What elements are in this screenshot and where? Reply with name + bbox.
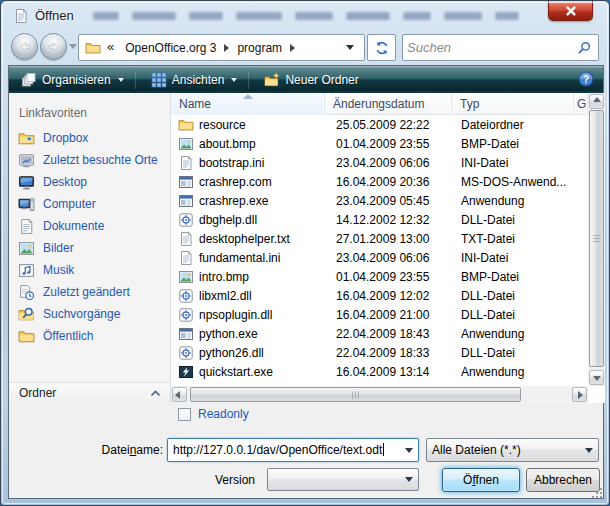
version-dropdown[interactable]: [401, 470, 417, 489]
sidebar-item-dropbox[interactable]: Dropbox: [9, 127, 170, 149]
sidebar-item-musik[interactable]: Musik: [9, 259, 170, 281]
file-name: dbghelp.dll: [199, 213, 257, 227]
filetype-dropdown[interactable]: [581, 440, 597, 460]
file-row[interactable]: intro.bmp01.04.2009 23:55BMP-Datei: [171, 267, 588, 286]
file-row[interactable]: libxml2.dll16.04.2009 12:02DLL-Datei: [171, 286, 588, 305]
ghost-menu-blob: [346, 12, 390, 20]
dropbox-folder-icon: [18, 130, 35, 147]
file-row[interactable]: desktophelper.txt27.01.2009 13:00TXT-Dat…: [171, 229, 588, 248]
file-row[interactable]: quickstart.exe16.04.2009 13:14Anwendung: [171, 362, 588, 381]
folders-expander[interactable]: Ordner: [9, 382, 170, 403]
file-row[interactable]: crashrep.com16.04.2009 20:36MS-DOS-Anwen…: [171, 172, 588, 191]
ghost-menu-blob: [93, 12, 119, 20]
organize-button[interactable]: Organisieren: [13, 69, 132, 90]
sidebar-item-zuletzt-besuchte-orte[interactable]: Zuletzt besuchte Orte: [9, 149, 170, 171]
sidebar-item-label: Öffentlich: [43, 329, 93, 343]
sidebar-item-desktop[interactable]: Desktop: [9, 171, 170, 193]
search-box: [402, 34, 599, 61]
breadcrumb-dropdown-icon[interactable]: [346, 45, 354, 50]
file-date: 01.04.2009 23:55: [325, 270, 452, 284]
filename-input[interactable]: http://127.0.0.1/dav/OpenOffice/text.odt: [167, 438, 419, 462]
sidebar-item-suchvorg-nge[interactable]: Suchvorgänge: [9, 303, 170, 325]
file-row[interactable]: fundamental.ini23.04.2009 06:06INI-Datei: [171, 248, 588, 267]
documents-icon: [18, 218, 35, 235]
filename-label: Dateiname:: [69, 443, 163, 457]
file-name: libxml2.dll: [199, 289, 252, 303]
file-date: 16.04.2009 21:00: [325, 308, 452, 322]
sidebar-item--ffentlich[interactable]: Öffentlich: [9, 325, 170, 347]
recently-changed-icon: [18, 284, 35, 301]
recent-places-icon: [18, 152, 35, 169]
file-type: DLL-Datei: [452, 289, 574, 303]
thumb-grip: [352, 391, 360, 398]
ghost-menu-blob: [444, 12, 482, 20]
sidebar-item-bilder[interactable]: Bilder: [9, 237, 170, 259]
command-toolbar: Organisieren Ansichten Neuer Ordner: [9, 66, 603, 93]
search-input[interactable]: [405, 37, 573, 58]
scroll-up-button[interactable]: [589, 94, 604, 109]
cancel-button[interactable]: Abbrechen: [526, 468, 600, 492]
sidebar-item-label: Zuletzt besuchte Orte: [43, 153, 158, 167]
file-row[interactable]: bootstrap.ini23.04.2009 06:06INI-Datei: [171, 153, 588, 172]
horizontal-scrollbar[interactable]: [171, 386, 588, 403]
resize-grip[interactable]: [596, 492, 598, 494]
sidebar-item-dokumente[interactable]: Dokumente: [9, 215, 170, 237]
file-row[interactable]: npsoplugin.dll16.04.2009 21:00DLL-Datei: [171, 305, 588, 324]
close-button[interactable]: [548, 1, 593, 21]
dll-file-icon: [178, 288, 194, 304]
open-button[interactable]: Öffnen: [442, 468, 520, 492]
file-row[interactable]: about.bmp01.04.2009 23:55BMP-Datei: [171, 134, 588, 153]
column-header-name[interactable]: Name: [171, 93, 325, 115]
file-row[interactable]: python26.dll22.04.2009 18:33DLL-Datei: [171, 343, 588, 362]
help-button[interactable]: [578, 71, 594, 87]
column-header-g[interactable]: G: [574, 93, 588, 115]
readonly-label[interactable]: Readonly: [198, 407, 249, 421]
sidebar-item-computer[interactable]: Computer: [9, 193, 170, 215]
file-date: 22.04.2009 18:43: [325, 327, 452, 341]
breadcrumb-item[interactable]: OpenOffice.org 3: [119, 38, 222, 58]
file-date: 16.04.2009 20:36: [325, 175, 452, 189]
file-name: about.bmp: [199, 137, 256, 151]
views-button[interactable]: Ansichten: [143, 69, 246, 90]
sidebar-item-zuletzt-ge-ndert[interactable]: Zuletzt geändert: [9, 281, 170, 303]
column-header-typ[interactable]: Typ: [452, 93, 574, 115]
open-file-dialog: Öffnen « OpenOffice.org 3program: [0, 0, 610, 506]
back-button[interactable]: [11, 33, 38, 60]
scroll-left-button[interactable]: [172, 387, 187, 402]
column-header--nderungsdatum[interactable]: Änderungsdatum: [325, 93, 452, 115]
scroll-down-button[interactable]: [589, 370, 604, 385]
filetype-select[interactable]: Alle Dateien (*.*): [426, 438, 599, 462]
filename-history-dropdown[interactable]: [401, 440, 417, 460]
column-header-row: NameÄnderungsdatumTypG: [171, 93, 588, 115]
title-bar[interactable]: Öffnen: [1, 1, 609, 31]
forward-button[interactable]: [40, 33, 67, 60]
organize-icon: [21, 72, 37, 88]
new-folder-button[interactable]: Neuer Ordner: [256, 69, 366, 90]
file-date: 16.04.2009 12:02: [325, 289, 452, 303]
text-caret: [383, 443, 384, 456]
file-name: resource: [199, 118, 246, 132]
file-row[interactable]: dbghelp.dll14.12.2002 12:32DLL-Datei: [171, 210, 588, 229]
scroll-right-button[interactable]: [572, 387, 587, 402]
horizontal-scroll-thumb[interactable]: [190, 387, 521, 402]
vertical-scrollbar[interactable]: [588, 93, 605, 386]
file-type: INI-Datei: [452, 156, 574, 170]
breadcrumb[interactable]: « OpenOffice.org 3program: [78, 34, 365, 61]
sort-ascending-icon: [243, 94, 253, 99]
file-date: 01.04.2009 23:55: [325, 137, 452, 151]
file-row[interactable]: crashrep.exe23.04.2009 05:45Anwendung: [171, 191, 588, 210]
file-row[interactable]: python.exe22.04.2009 18:43Anwendung: [171, 324, 588, 343]
refresh-button[interactable]: [367, 34, 396, 61]
breadcrumb-overflow-chevron[interactable]: «: [107, 39, 114, 54]
file-row[interactable]: resource25.05.2009 22:22Dateiordner: [171, 115, 588, 134]
vertical-scroll-thumb[interactable]: [589, 110, 604, 367]
version-select[interactable]: [267, 468, 419, 491]
file-date: 27.01.2009 13:00: [325, 232, 452, 246]
file-type: INI-Datei: [452, 251, 574, 265]
image-file-icon: [178, 136, 194, 152]
quickstart-app-icon: [178, 364, 194, 380]
readonly-checkbox[interactable]: [178, 408, 191, 421]
breadcrumb-item[interactable]: program: [231, 38, 288, 58]
recent-pages-dropdown[interactable]: [69, 44, 77, 49]
forward-arrow-icon: [46, 39, 62, 55]
